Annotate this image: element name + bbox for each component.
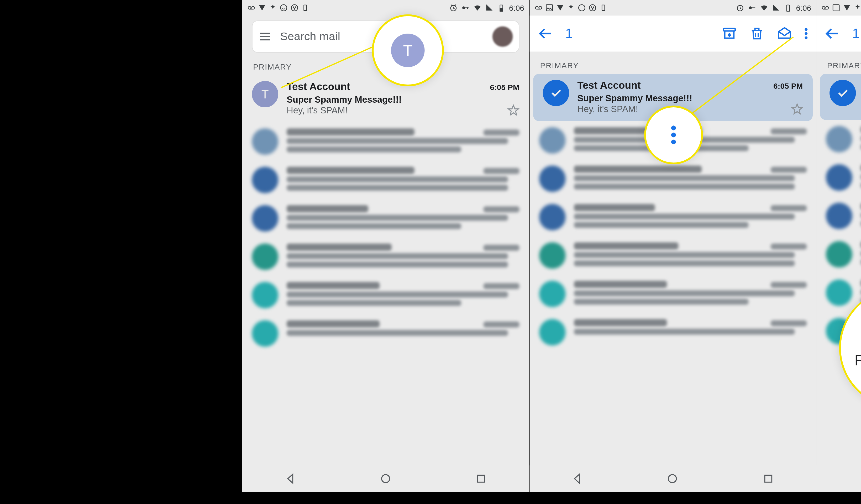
search-input[interactable]: Search mail [280,30,484,43]
search-bar[interactable]: Search mail [252,21,519,53]
email-row-blurred [242,122,529,161]
email-snippet: Hey, it's SPAM! [287,105,519,115]
star-icon[interactable] [791,103,803,115]
email-snippet: Hey, it's SPAM! [577,104,803,114]
android-nav-bar [242,465,529,492]
battery-icon [497,4,505,12]
back-arrow-icon[interactable] [537,26,553,41]
leaf-icon [853,4,861,12]
star-icon[interactable] [507,105,519,117]
nav-recents-icon[interactable] [475,473,487,485]
device-icon [599,4,607,12]
status-bar: 6:06 [242,0,529,15]
status-bar: 6:06 [816,0,861,15]
v-icon [290,4,299,12]
svg-point-20 [749,6,752,9]
vpn-key-icon [461,4,469,12]
nav-back-icon[interactable] [571,473,583,485]
wifi-icon [760,4,768,12]
face-icon [577,4,586,12]
svg-point-17 [589,5,595,11]
svg-point-30 [825,6,829,9]
svg-rect-31 [833,5,839,11]
email-time: 6:05 PM [773,82,803,91]
leaf-icon [566,4,575,12]
svg-rect-18 [602,5,604,11]
delete-icon[interactable] [749,26,764,41]
svg-point-11 [381,475,389,482]
svg-point-1 [251,6,254,9]
svg-point-13 [535,6,538,9]
android-nav-bar [816,465,861,492]
selection-count: 1 [565,26,573,41]
sender-name: Test Account [577,80,641,92]
signal-icon [485,4,493,12]
back-arrow-icon[interactable] [824,26,840,41]
device-icon [301,4,309,12]
android-nav-bar [529,465,816,492]
app-icon [843,4,851,12]
image-icon [545,4,553,12]
alarm-icon [736,4,744,12]
status-bar: 6:06 [529,0,816,15]
svg-point-25 [804,32,807,35]
selected-check-avatar[interactable] [542,80,569,106]
selection-action-bar: 1 [529,15,816,52]
email-row-blurred [242,199,529,237]
section-primary: PRIMARY [529,52,816,74]
email-subject: Super Spammy Message!!! [577,93,803,103]
screenshot-2: 6:06 1 PRIMARY Test Account 6:05 PM Supe… [529,0,816,492]
nav-home-icon[interactable] [667,473,679,485]
nav-home-icon[interactable] [380,473,392,485]
svg-rect-4 [304,5,306,11]
vpn-key-icon [748,4,756,12]
email-row-blurred [242,276,529,314]
email-row-selected[interactable]: Test Account Super Spammy Mess Hey, it's… [820,74,861,120]
email-row-blurred [529,275,816,313]
leaf-icon [269,4,277,12]
screenshot-1: 6:06 Search mail PRIMARY T Test Account … [242,0,529,492]
svg-point-27 [669,475,676,482]
svg-point-2 [281,5,287,11]
screenshot-3: 6:06 1 PRIMARY Test Account Super Spammy… [816,0,861,492]
image-icon [832,4,840,12]
alarm-icon [449,4,457,12]
section-primary: PRIMARY [242,53,529,75]
app-icon [258,4,266,12]
email-row-blurred [816,235,861,273]
svg-point-26 [804,36,807,39]
nav-back-icon[interactable] [858,473,861,485]
nav-recents-icon[interactable] [762,473,774,485]
email-row[interactable]: T Test Account 6:05 PM Super Spammy Mess… [242,75,529,123]
sender-avatar[interactable]: T [252,81,278,107]
email-row-selected[interactable]: Test Account 6:05 PM Super Spammy Messag… [533,74,812,121]
archive-icon[interactable] [721,26,737,41]
email-row-blurred [816,196,861,235]
svg-rect-15 [546,5,552,11]
email-row-blurred [242,314,529,353]
svg-point-14 [538,6,541,9]
mark-unread-icon[interactable] [776,26,792,41]
svg-point-0 [248,6,251,9]
voicemail-icon [247,4,256,12]
svg-point-6 [462,6,465,9]
svg-rect-10 [500,9,503,11]
svg-rect-23 [723,28,735,31]
more-options-icon[interactable] [804,26,807,41]
voicemail-icon [821,4,830,12]
email-row-blurred [529,236,816,275]
email-row-blurred [816,120,861,158]
selection-count: 1 [852,26,859,41]
email-time: 6:05 PM [490,83,519,92]
menu-icon[interactable] [258,30,271,43]
svg-point-16 [578,5,585,11]
selected-check-avatar[interactable] [830,80,856,106]
svg-rect-12 [478,475,484,482]
email-row-blurred [529,121,816,160]
email-row-blurred [816,312,861,350]
nav-back-icon[interactable] [284,473,296,485]
email-row-blurred [529,198,816,236]
profile-avatar[interactable] [492,27,512,47]
status-time: 6:06 [796,3,811,12]
svg-point-3 [291,5,297,11]
